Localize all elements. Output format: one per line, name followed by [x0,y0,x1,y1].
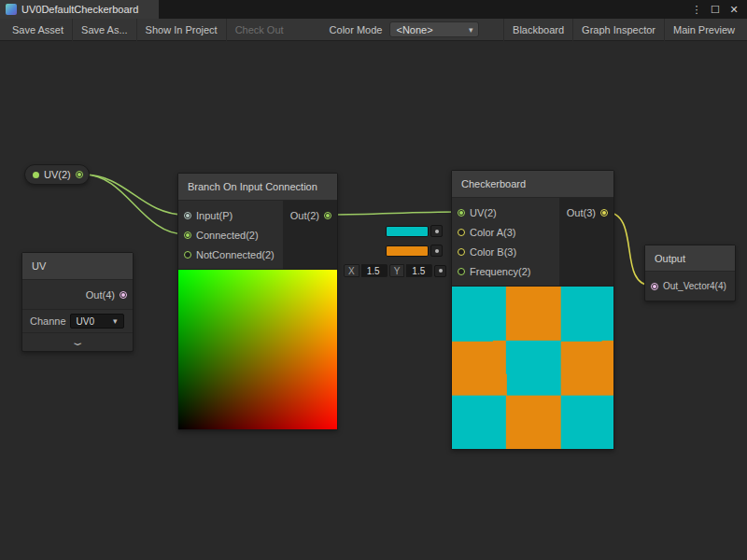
check-out-button: Check Out [227,19,292,41]
node-title: Branch On Input Connection [188,181,317,192]
input-port-connected[interactable] [184,231,191,239]
window-controls: ⋮ ☐ ✕ [689,0,747,19]
color-a-swatch[interactable] [386,226,429,237]
node-title-bar[interactable]: Checkerboard [452,171,613,198]
tab-uv0defaultcheckerboard[interactable]: UV0DefaultCheckerboard [0,0,159,19]
port-row-out3: Out(3) [559,203,613,222]
port-row-notconnected: NotConnected(2) [178,245,283,264]
save-asset-button[interactable]: Save Asset [4,19,73,41]
port-label: Connected(2) [196,230,259,241]
color-picker-nub[interactable] [430,245,443,257]
node-title: Output [655,253,685,264]
color-mode-value: <None> [396,24,432,35]
x-axis-label: X [344,264,359,277]
node-ports: UV(2) Color A(3) Color B(3) Frequency(2) [452,198,613,286]
port-row-uv: UV(2) [452,203,559,222]
color-picker-nub[interactable] [430,225,443,237]
port-row-color-a: Color A(3) [452,222,559,242]
toolbar-right-group: Blackboard Graph Inspector Main Preview [503,19,743,41]
edge-uv-to-branch-input[interactable] [84,175,185,215]
color-b-swatch[interactable] [386,245,429,257]
chevron-down-icon: ▾ [113,316,118,326]
frequency-nub[interactable] [434,265,446,277]
node-ports: Input(P) Connected(2) NotConnected(2) Ou… [178,201,337,269]
input-port-frequency[interactable] [458,268,465,275]
channel-label: Channe [30,315,66,327]
port-row-out-vector4: Out_Vector4(4) [645,276,735,296]
input-port-notconnected[interactable] [184,251,191,259]
vector2-type-dot [33,172,39,178]
shader-graph-window: UV0DefaultCheckerboard ⋮ ☐ ✕ Save Asset … [0,0,747,560]
chevron-down-icon: ⌄ [70,337,86,347]
port-row-input: Input(P) [178,205,283,225]
edge-branch-to-checkerboard[interactable] [331,212,458,215]
node-uv-inline-label: UV(2) [44,169,71,180]
port-label: Out(3) [567,207,596,218]
node-checkerboard[interactable]: Checkerboard UV(2) Color A(3) Color B(3) [451,170,614,450]
color-b-field[interactable] [386,245,443,257]
tab-bar: UV0DefaultCheckerboard ⋮ ☐ ✕ [0,0,747,19]
port-label: Color A(3) [470,227,516,238]
maximize-icon[interactable]: ☐ [708,2,723,17]
color-a-field[interactable] [386,225,443,237]
channel-dropdown[interactable]: UV0 ▾ [70,314,124,329]
node-title-bar[interactable]: UV [22,253,133,280]
uv-gradient-preview [178,269,337,429]
close-icon[interactable]: ✕ [726,2,741,17]
output-port-out2[interactable] [324,212,331,219]
color-mode-label: Color Mode [322,24,390,35]
node-title: UV [32,260,46,272]
port-label: Out(4) [86,289,115,301]
edge-uv-to-branch-connected[interactable] [84,175,185,234]
input-port-out-vector4[interactable] [651,283,658,290]
port-label: Input(P) [196,210,233,221]
port-row-out: Out(2) [283,205,337,225]
output-port[interactable] [76,171,83,178]
show-in-project-button[interactable]: Show In Project [137,19,227,41]
channel-control-row: Channe UV0 ▾ [22,309,133,332]
port-label: Out(2) [290,210,319,221]
frequency-y-input[interactable]: 1.5 [406,264,432,277]
output-port-out3[interactable] [600,209,608,217]
node-ports: Out(4) [22,280,133,309]
menu-icon[interactable]: ⋮ [689,2,704,17]
checkerboard-preview [452,286,613,449]
port-label: NotConnected(2) [196,249,275,260]
input-port-uv[interactable] [458,209,465,217]
input-port-input[interactable] [184,212,191,219]
blackboard-toggle-button[interactable]: Blackboard [503,19,572,41]
node-title-bar[interactable]: Output [645,245,735,272]
node-title: Checkerboard [461,178,526,189]
port-row-frequency: Frequency(2) [452,261,559,281]
node-uv-inline[interactable]: UV(2) [24,164,90,185]
port-label: UV(2) [470,207,497,218]
port-row-out4: Out(4) [22,285,133,304]
input-port-color-a[interactable] [458,229,465,236]
frequency-x-input[interactable]: 1.5 [361,264,388,277]
node-output[interactable]: Output Out_Vector4(4) [644,245,736,301]
port-label: Frequency(2) [470,266,530,277]
port-row-connected: Connected(2) [178,225,283,245]
preview-collapse-button[interactable]: ⌄ [22,332,133,351]
save-as-button[interactable]: Save As... [73,19,137,41]
graph-canvas[interactable]: UV(2) Branch On Input Connection Input(P… [0,41,747,560]
tab-title: UV0DefaultCheckerboard [21,4,138,15]
node-branch-on-input-connection[interactable]: Branch On Input Connection Input(P) Conn… [177,173,338,430]
shader-graph-asset-icon [6,4,17,15]
node-title-bar[interactable]: Branch On Input Connection [178,174,337,201]
input-port-color-b[interactable] [458,248,465,256]
port-label: Color B(3) [470,246,516,258]
y-axis-label: Y [389,264,405,277]
graph-inspector-toggle-button[interactable]: Graph Inspector [572,19,664,41]
chevron-down-icon: ▾ [469,25,473,35]
port-row-color-b: Color B(3) [452,242,559,261]
main-preview-toggle-button[interactable]: Main Preview [664,19,743,41]
port-label: Out_Vector4(4) [663,281,726,291]
color-mode-dropdown[interactable]: <None> ▾ [389,21,479,37]
node-uv[interactable]: UV Out(4) Channe UV0 ▾ ⌄ [21,252,134,352]
output-port-out4[interactable] [120,291,127,299]
toolbar: Save Asset Save As... Show In Project Ch… [0,19,747,41]
channel-value: UV0 [77,316,94,327]
node-ports: Out_Vector4(4) [645,272,735,301]
frequency-field: X 1.5 Y 1.5 [344,264,446,277]
